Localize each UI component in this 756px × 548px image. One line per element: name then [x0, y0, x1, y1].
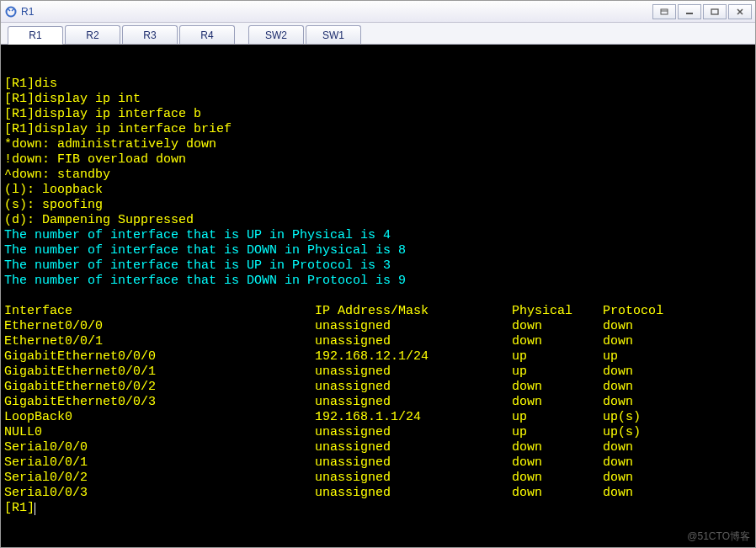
terminal-line: NULL0 unassigned up up(s): [4, 425, 752, 440]
terminal-line: Serial0/0/1 unassigned down down: [4, 455, 752, 471]
dropdown-button[interactable]: [652, 4, 676, 19]
terminal-line: Serial0/0/0 unassigned down down: [4, 440, 752, 455]
terminal-line: The number of interface that is DOWN in …: [4, 243, 752, 258]
terminal-line: (s): spoofing: [4, 198, 752, 213]
maximize-button[interactable]: [703, 4, 727, 19]
terminal-line: [R1]display ip int: [4, 92, 752, 107]
terminal-line: Interface IP Address/Mask Physical Proto…: [4, 304, 752, 319]
window-titlebar: R1: [1, 1, 755, 23]
terminal-line: GigabitEthernet0/0/2 unassigned down dow…: [4, 380, 752, 395]
svg-rect-3: [711, 9, 718, 14]
terminal-line: ^down: standby: [4, 168, 752, 183]
svg-rect-1: [661, 9, 668, 14]
terminal-line: (d): Dampening Suppressed: [4, 213, 752, 228]
watermark: @51CTO博客: [687, 529, 750, 544]
minimize-button[interactable]: [678, 4, 701, 19]
terminal-line: GigabitEthernet0/0/3 unassigned down dow…: [4, 395, 752, 410]
terminal-line: Serial0/0/3 unassigned down down: [4, 486, 752, 501]
terminal-line: *down: administratively down: [4, 137, 752, 152]
terminal-line: [R1]display ip interface brief: [4, 122, 752, 137]
terminal-line: GigabitEthernet0/0/1 unassigned up down: [4, 364, 752, 380]
terminal-line: [R1]display ip interface b: [4, 107, 752, 122]
tab-r4[interactable]: R4: [179, 25, 235, 44]
terminal-line: (l): loopback: [4, 183, 752, 198]
tab-r2[interactable]: R2: [65, 25, 120, 44]
window-title: R1: [21, 6, 652, 18]
terminal-line: Ethernet0/0/0 unassigned down down: [4, 319, 752, 334]
tab-sw1[interactable]: SW1: [306, 25, 361, 44]
cursor: [35, 503, 35, 515]
terminal-line: Ethernet0/0/1 unassigned down down: [4, 334, 752, 349]
terminal-line: Serial0/0/2 unassigned down down: [4, 471, 752, 486]
terminal-output[interactable]: [R1]dis[R1]display ip int[R1]display ip …: [1, 45, 755, 547]
terminal-line: GigabitEthernet0/0/0 192.168.12.1/24 up …: [4, 349, 752, 364]
terminal-line: [4, 289, 752, 304]
terminal-line: The number of interface that is DOWN in …: [4, 274, 752, 289]
tab-sw2[interactable]: SW2: [248, 25, 304, 44]
terminal-line: LoopBack0 192.168.1.1/24 up up(s): [4, 410, 752, 425]
close-button[interactable]: [728, 4, 752, 19]
tab-r3[interactable]: R3: [122, 25, 178, 44]
svg-rect-2: [686, 13, 693, 14]
terminal-prompt[interactable]: [R1]: [4, 501, 752, 516]
tab-strip: R1R2R3R4SW2SW1: [1, 23, 755, 45]
tab-r1[interactable]: R1: [8, 26, 63, 45]
terminal-line: [R1]dis: [4, 77, 752, 92]
terminal-line: !down: FIB overload down: [4, 152, 752, 168]
terminal-line: The number of interface that is UP in Pr…: [4, 258, 752, 274]
terminal-line: The number of interface that is UP in Ph…: [4, 228, 752, 243]
app-icon: [4, 5, 18, 19]
